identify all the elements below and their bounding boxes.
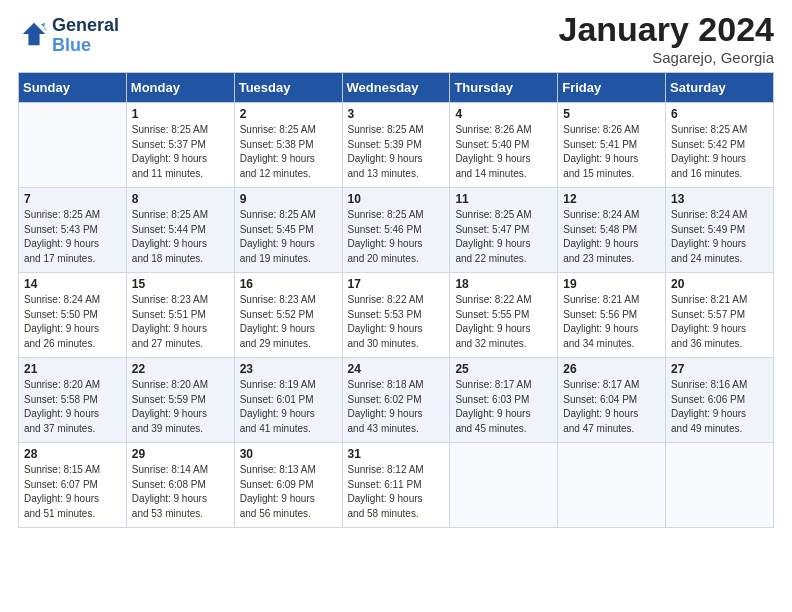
day-info: Sunrise: 8:25 AMSunset: 5:42 PMDaylight:…: [671, 123, 768, 181]
day-info: Sunrise: 8:13 AMSunset: 6:09 PMDaylight:…: [240, 463, 337, 521]
day-info: Sunrise: 8:24 AMSunset: 5:50 PMDaylight:…: [24, 293, 121, 351]
logo-blue: Blue: [52, 36, 119, 56]
day-info: Sunrise: 8:26 AMSunset: 5:40 PMDaylight:…: [455, 123, 552, 181]
day-number: 20: [671, 277, 768, 291]
day-info: Sunrise: 8:18 AMSunset: 6:02 PMDaylight:…: [348, 378, 445, 436]
day-number: 2: [240, 107, 337, 121]
calendar-cell: 24Sunrise: 8:18 AMSunset: 6:02 PMDayligh…: [342, 358, 450, 443]
day-info: Sunrise: 8:14 AMSunset: 6:08 PMDaylight:…: [132, 463, 229, 521]
calendar-cell: [19, 103, 127, 188]
day-info: Sunrise: 8:17 AMSunset: 6:04 PMDaylight:…: [563, 378, 660, 436]
day-info: Sunrise: 8:22 AMSunset: 5:55 PMDaylight:…: [455, 293, 552, 351]
header-row: Sunday Monday Tuesday Wednesday Thursday…: [19, 73, 774, 103]
day-number: 29: [132, 447, 229, 461]
day-number: 30: [240, 447, 337, 461]
col-monday: Monday: [126, 73, 234, 103]
day-number: 11: [455, 192, 552, 206]
day-number: 19: [563, 277, 660, 291]
day-info: Sunrise: 8:23 AMSunset: 5:51 PMDaylight:…: [132, 293, 229, 351]
day-info: Sunrise: 8:25 AMSunset: 5:39 PMDaylight:…: [348, 123, 445, 181]
day-number: 7: [24, 192, 121, 206]
col-tuesday: Tuesday: [234, 73, 342, 103]
day-info: Sunrise: 8:21 AMSunset: 5:56 PMDaylight:…: [563, 293, 660, 351]
day-number: 9: [240, 192, 337, 206]
calendar-week-2: 14Sunrise: 8:24 AMSunset: 5:50 PMDayligh…: [19, 273, 774, 358]
col-sunday: Sunday: [19, 73, 127, 103]
day-info: Sunrise: 8:25 AMSunset: 5:43 PMDaylight:…: [24, 208, 121, 266]
day-number: 16: [240, 277, 337, 291]
day-number: 12: [563, 192, 660, 206]
day-number: 21: [24, 362, 121, 376]
logo-icon: [20, 20, 48, 48]
day-number: 28: [24, 447, 121, 461]
day-info: Sunrise: 8:25 AMSunset: 5:44 PMDaylight:…: [132, 208, 229, 266]
calendar-cell: 9Sunrise: 8:25 AMSunset: 5:45 PMDaylight…: [234, 188, 342, 273]
calendar-cell: 29Sunrise: 8:14 AMSunset: 6:08 PMDayligh…: [126, 443, 234, 528]
calendar-cell: 18Sunrise: 8:22 AMSunset: 5:55 PMDayligh…: [450, 273, 558, 358]
day-info: Sunrise: 8:25 AMSunset: 5:37 PMDaylight:…: [132, 123, 229, 181]
day-number: 27: [671, 362, 768, 376]
calendar-cell: 26Sunrise: 8:17 AMSunset: 6:04 PMDayligh…: [558, 358, 666, 443]
col-friday: Friday: [558, 73, 666, 103]
day-info: Sunrise: 8:17 AMSunset: 6:03 PMDaylight:…: [455, 378, 552, 436]
calendar-table: Sunday Monday Tuesday Wednesday Thursday…: [18, 72, 774, 528]
calendar-cell: 11Sunrise: 8:25 AMSunset: 5:47 PMDayligh…: [450, 188, 558, 273]
day-info: Sunrise: 8:12 AMSunset: 6:11 PMDaylight:…: [348, 463, 445, 521]
day-number: 22: [132, 362, 229, 376]
calendar-cell: 22Sunrise: 8:20 AMSunset: 5:59 PMDayligh…: [126, 358, 234, 443]
day-number: 25: [455, 362, 552, 376]
title-block: January 2024 Sagarejo, Georgia: [559, 10, 775, 66]
day-number: 17: [348, 277, 445, 291]
location: Sagarejo, Georgia: [559, 49, 775, 66]
day-info: Sunrise: 8:16 AMSunset: 6:06 PMDaylight:…: [671, 378, 768, 436]
svg-marker-0: [23, 23, 45, 45]
calendar-cell: 20Sunrise: 8:21 AMSunset: 5:57 PMDayligh…: [666, 273, 774, 358]
calendar-cell: [450, 443, 558, 528]
calendar-week-3: 21Sunrise: 8:20 AMSunset: 5:58 PMDayligh…: [19, 358, 774, 443]
calendar-cell: 2Sunrise: 8:25 AMSunset: 5:38 PMDaylight…: [234, 103, 342, 188]
calendar-week-4: 28Sunrise: 8:15 AMSunset: 6:07 PMDayligh…: [19, 443, 774, 528]
calendar-cell: 6Sunrise: 8:25 AMSunset: 5:42 PMDaylight…: [666, 103, 774, 188]
day-info: Sunrise: 8:21 AMSunset: 5:57 PMDaylight:…: [671, 293, 768, 351]
day-info: Sunrise: 8:24 AMSunset: 5:48 PMDaylight:…: [563, 208, 660, 266]
calendar-cell: 10Sunrise: 8:25 AMSunset: 5:46 PMDayligh…: [342, 188, 450, 273]
day-number: 3: [348, 107, 445, 121]
calendar-page: General Blue January 2024 Sagarejo, Geor…: [0, 0, 792, 612]
calendar-cell: 1Sunrise: 8:25 AMSunset: 5:37 PMDaylight…: [126, 103, 234, 188]
day-info: Sunrise: 8:25 AMSunset: 5:38 PMDaylight:…: [240, 123, 337, 181]
day-number: 14: [24, 277, 121, 291]
col-saturday: Saturday: [666, 73, 774, 103]
calendar-cell: 21Sunrise: 8:20 AMSunset: 5:58 PMDayligh…: [19, 358, 127, 443]
calendar-cell: 4Sunrise: 8:26 AMSunset: 5:40 PMDaylight…: [450, 103, 558, 188]
logo: General Blue: [18, 16, 119, 56]
calendar-cell: [666, 443, 774, 528]
calendar-cell: 16Sunrise: 8:23 AMSunset: 5:52 PMDayligh…: [234, 273, 342, 358]
calendar-week-0: 1Sunrise: 8:25 AMSunset: 5:37 PMDaylight…: [19, 103, 774, 188]
day-info: Sunrise: 8:20 AMSunset: 5:59 PMDaylight:…: [132, 378, 229, 436]
calendar-cell: 8Sunrise: 8:25 AMSunset: 5:44 PMDaylight…: [126, 188, 234, 273]
day-number: 23: [240, 362, 337, 376]
day-number: 18: [455, 277, 552, 291]
calendar-cell: 31Sunrise: 8:12 AMSunset: 6:11 PMDayligh…: [342, 443, 450, 528]
day-info: Sunrise: 8:22 AMSunset: 5:53 PMDaylight:…: [348, 293, 445, 351]
day-info: Sunrise: 8:24 AMSunset: 5:49 PMDaylight:…: [671, 208, 768, 266]
col-thursday: Thursday: [450, 73, 558, 103]
calendar-cell: [558, 443, 666, 528]
day-info: Sunrise: 8:25 AMSunset: 5:46 PMDaylight:…: [348, 208, 445, 266]
day-info: Sunrise: 8:25 AMSunset: 5:45 PMDaylight:…: [240, 208, 337, 266]
header: General Blue January 2024 Sagarejo, Geor…: [18, 10, 774, 66]
day-number: 8: [132, 192, 229, 206]
day-info: Sunrise: 8:15 AMSunset: 6:07 PMDaylight:…: [24, 463, 121, 521]
calendar-cell: 14Sunrise: 8:24 AMSunset: 5:50 PMDayligh…: [19, 273, 127, 358]
calendar-cell: 30Sunrise: 8:13 AMSunset: 6:09 PMDayligh…: [234, 443, 342, 528]
calendar-cell: 12Sunrise: 8:24 AMSunset: 5:48 PMDayligh…: [558, 188, 666, 273]
month-title: January 2024: [559, 10, 775, 49]
calendar-cell: 27Sunrise: 8:16 AMSunset: 6:06 PMDayligh…: [666, 358, 774, 443]
calendar-cell: 15Sunrise: 8:23 AMSunset: 5:51 PMDayligh…: [126, 273, 234, 358]
day-info: Sunrise: 8:25 AMSunset: 5:47 PMDaylight:…: [455, 208, 552, 266]
calendar-cell: 28Sunrise: 8:15 AMSunset: 6:07 PMDayligh…: [19, 443, 127, 528]
day-number: 4: [455, 107, 552, 121]
col-wednesday: Wednesday: [342, 73, 450, 103]
calendar-cell: 13Sunrise: 8:24 AMSunset: 5:49 PMDayligh…: [666, 188, 774, 273]
day-info: Sunrise: 8:23 AMSunset: 5:52 PMDaylight:…: [240, 293, 337, 351]
